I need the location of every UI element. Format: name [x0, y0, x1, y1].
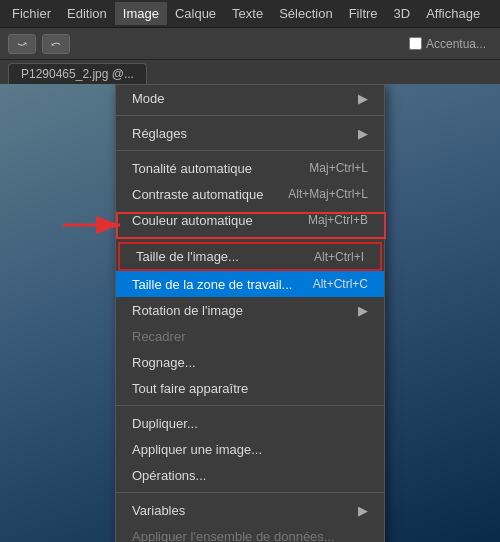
menu-item-operations[interactable]: Opérations...	[116, 462, 384, 488]
main-area: Mode ▶ Réglages ▶ Tonalité automatique M…	[0, 84, 500, 542]
separator-5	[116, 492, 384, 493]
redo-button[interactable]: ⤺	[42, 34, 70, 54]
menubar: Fichier Edition Image Calque Texte Sélec…	[0, 0, 500, 28]
menu-3d[interactable]: 3D	[386, 2, 419, 25]
menu-item-mode[interactable]: Mode ▶	[116, 85, 384, 111]
menu-item-recadrer: Recadrer	[116, 323, 384, 349]
menu-item-couleur[interactable]: Couleur automatique Maj+Ctrl+B	[116, 207, 384, 233]
separator-4	[116, 405, 384, 406]
menu-fichier[interactable]: Fichier	[4, 2, 59, 25]
menu-item-tout-faire[interactable]: Tout faire apparaître	[116, 375, 384, 401]
menu-calque[interactable]: Calque	[167, 2, 224, 25]
undo-button[interactable]: ⤻	[8, 34, 36, 54]
menu-item-taille-image[interactable]: Taille de l'image... Alt+Ctrl+I	[118, 242, 382, 271]
menu-edition[interactable]: Edition	[59, 2, 115, 25]
accentua-checkbox[interactable]	[409, 37, 422, 50]
menu-item-contraste[interactable]: Contraste automatique Alt+Maj+Ctrl+L	[116, 181, 384, 207]
menu-item-reglages[interactable]: Réglages ▶	[116, 120, 384, 146]
menu-item-rognage[interactable]: Rognage...	[116, 349, 384, 375]
submenu-arrow-reglages: ▶	[358, 126, 368, 141]
menu-item-dupliquer[interactable]: Dupliquer...	[116, 410, 384, 436]
submenu-arrow-variables: ▶	[358, 503, 368, 518]
submenu-arrow-rotation: ▶	[358, 303, 368, 318]
image-dropdown-menu: Mode ▶ Réglages ▶ Tonalité automatique M…	[115, 84, 385, 542]
toolbar: ⤻ ⤺ Accentua...	[0, 28, 500, 60]
menu-selection[interactable]: Sélection	[271, 2, 340, 25]
menu-item-rotation[interactable]: Rotation de l'image ▶	[116, 297, 384, 323]
menu-filtre[interactable]: Filtre	[341, 2, 386, 25]
menu-item-variables[interactable]: Variables ▶	[116, 497, 384, 523]
menu-image[interactable]: Image	[115, 2, 167, 25]
accentua-label: Accentua...	[426, 37, 486, 51]
menu-affichage[interactable]: Affichage	[418, 2, 488, 25]
separator-1	[116, 115, 384, 116]
separator-3	[116, 237, 384, 238]
document-tab[interactable]: P1290465_2.jpg @...	[8, 63, 147, 84]
menu-item-tonalite[interactable]: Tonalité automatique Maj+Ctrl+L	[116, 155, 384, 181]
separator-2	[116, 150, 384, 151]
menu-texte[interactable]: Texte	[224, 2, 271, 25]
tabbar: P1290465_2.jpg @...	[0, 60, 500, 84]
submenu-arrow-mode: ▶	[358, 91, 368, 106]
menu-item-appliquer-image[interactable]: Appliquer une image...	[116, 436, 384, 462]
menu-item-taille-zone[interactable]: Taille de la zone de travail... Alt+Ctrl…	[116, 271, 384, 297]
menu-item-appliquer-ensemble: Appliquer l'ensemble de données...	[116, 523, 384, 542]
